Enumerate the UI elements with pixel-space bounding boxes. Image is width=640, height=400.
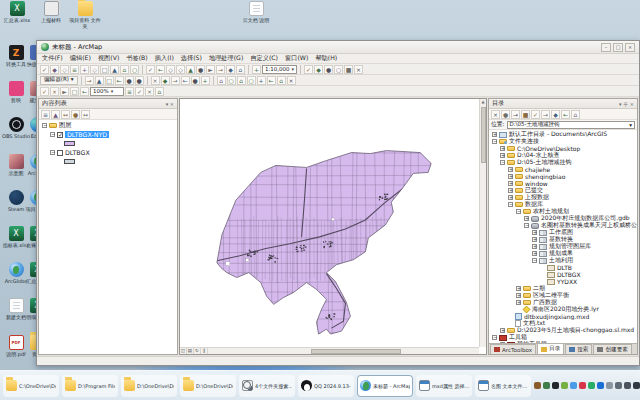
layer-name[interactable]: DLTBGX — [65, 149, 90, 156]
open-icon[interactable]: ← — [156, 65, 165, 74]
catalog-tree-item[interactable]: YYDXX — [489, 278, 637, 285]
catalog-tree-item[interactable]: +规划管理图层库 — [489, 243, 637, 250]
data-driven-pages-icon[interactable]: ⌂ — [155, 87, 164, 96]
layer-symbol-swatch[interactable] — [64, 141, 75, 146]
desktop-icon[interactable]: 上报材料 — [35, 1, 67, 23]
catalog-tree-item[interactable]: +规划成果 — [489, 250, 637, 257]
taskbar-button[interactable]: 未标题 - ArcMap — [357, 375, 413, 397]
expand-toggle[interactable]: − — [532, 258, 537, 263]
close-button[interactable]: × — [625, 43, 635, 52]
obs-tray-icon[interactable] — [552, 382, 559, 389]
sketch-properties-icon[interactable]: ◆ — [161, 76, 170, 85]
attributes-icon[interactable]: × — [151, 76, 160, 85]
catalog-tree-item[interactable]: −农村土地规划 — [489, 208, 637, 215]
catalog-tree-item[interactable]: −D:\05-土地增减挂钩 — [489, 159, 637, 166]
catalog-tree-item[interactable]: +chajiehe — [489, 166, 637, 173]
zoom-whole-page-icon[interactable]: ✓ — [40, 87, 49, 96]
menu-item[interactable]: 选择(S) — [181, 54, 202, 63]
point-tool-icon[interactable]: ● — [135, 76, 144, 85]
catalog-tree-item[interactable]: +C:\OneDrive\Desktop — [489, 145, 637, 152]
menu-item[interactable]: 编辑(E) — [70, 54, 91, 63]
connect-folder-icon[interactable]: ■ — [521, 110, 530, 119]
fixed-zoom-out-icon[interactable]: ◇ — [90, 65, 99, 74]
location-combo[interactable]: D:\05-土地增减挂钩 ▾ — [507, 121, 635, 129]
expand-toggle[interactable]: + — [500, 153, 505, 158]
expand-toggle[interactable]: + — [532, 244, 537, 249]
taskbar-button[interactable]: 4个文件夹搜索... — [239, 375, 295, 397]
forward-icon[interactable]: ● — [501, 110, 510, 119]
trace-icon[interactable]: ● — [125, 76, 134, 85]
editor-menu-button[interactable]: 编辑器(R) ▾ — [40, 76, 78, 85]
refresh-icon[interactable]: → — [541, 110, 550, 119]
toc-header-buttons[interactable]: ▾ × — [166, 101, 174, 107]
zoom-100-icon[interactable]: × — [50, 87, 59, 96]
list-by-visibility-icon[interactable]: ↔ — [61, 110, 70, 119]
forward-extent-icon[interactable]: ▲ — [110, 65, 119, 74]
menu-item[interactable]: 帮助(H) — [315, 54, 337, 63]
catalog-header-buttons[interactable]: ▾ 푸 × — [619, 101, 634, 107]
expand-toggle[interactable]: + — [532, 237, 537, 242]
tab-ArcToolbox[interactable]: ArcToolbox — [490, 344, 536, 354]
hscroll-thumb[interactable] — [311, 349, 401, 354]
refresh-view-icon[interactable]: × — [287, 76, 296, 85]
full-extent-icon[interactable]: ≡ — [70, 65, 79, 74]
back-extent-icon[interactable]: □ — [100, 65, 109, 74]
menu-item[interactable]: 书签(B) — [126, 54, 147, 63]
list-by-source-icon[interactable]: ▲ — [51, 110, 60, 119]
horizontal-scrollbar[interactable] — [208, 347, 479, 354]
battery-icon[interactable] — [624, 382, 631, 389]
edit-tool-icon[interactable]: → — [85, 76, 94, 85]
security-shield-icon[interactable] — [543, 382, 550, 389]
toc-options-icon[interactable]: ↔ — [81, 110, 90, 119]
catalog-tree-item[interactable]: DLTB — [489, 264, 637, 271]
collapse-toggle[interactable]: − — [50, 132, 55, 137]
catalog-tree-item[interactable]: +广西数据 — [489, 299, 637, 306]
new-map-icon[interactable]: ✓ — [146, 65, 155, 74]
map-canvas[interactable] — [180, 99, 479, 347]
layer-symbol-swatch[interactable] — [64, 159, 75, 164]
taskbar-button[interactable]: C:\OneDrive\Des... — [3, 375, 59, 397]
catalog-tree-item[interactable]: −文件夹连接 — [489, 138, 637, 145]
taskbar-button[interactable]: D:\OneDrive\De... — [121, 375, 177, 397]
catalog-tree-item[interactable]: −名圈村基数转换成果天河上权威桥公交.gdb — [489, 222, 637, 229]
toc-root-row[interactable]: −图层 — [39, 121, 177, 130]
catalog-tree-item[interactable]: +工作底图 — [489, 229, 637, 236]
expand-toggle[interactable]: + — [508, 181, 513, 186]
view-mode-buttons[interactable]: ◫▤↻‖ — [180, 347, 208, 354]
table-options-icon[interactable]: ✓ — [304, 65, 313, 74]
expand-toggle[interactable]: − — [524, 223, 529, 228]
zoom-out-icon[interactable]: ◆ — [50, 65, 59, 74]
catalog-tree-item[interactable]: +二期 — [489, 285, 637, 292]
layout-view-button[interactable]: ▤ — [187, 348, 194, 354]
catalog-tree-item[interactable]: +已提交 — [489, 187, 637, 194]
gpu-tray-icon[interactable] — [561, 382, 568, 389]
network-icon[interactable] — [615, 382, 622, 389]
save-icon[interactable]: ◇ — [166, 65, 175, 74]
toggle-draft-mode-icon[interactable]: ≡ — [125, 87, 134, 96]
delete-icon[interactable]: → — [216, 65, 225, 74]
data-view-button[interactable]: ◫ — [180, 348, 187, 354]
taskbar-button[interactable]: D:\Program File... — [62, 375, 118, 397]
catalog-tree-item[interactable]: +2020年村庄规划数据库公司.gdb — [489, 215, 637, 222]
focus-data-frame-icon[interactable]: ✓ — [135, 87, 144, 96]
python-window-icon[interactable]: ■ — [344, 65, 353, 74]
tree-view-icon[interactable]: ◆ — [551, 110, 560, 119]
create-features-icon[interactable]: ⌂ — [217, 76, 226, 85]
cloud-sync-icon[interactable] — [570, 382, 577, 389]
menu-item[interactable]: 自定义(C) — [250, 54, 278, 63]
menu-item[interactable]: 插入(I) — [155, 54, 174, 63]
expand-toggle[interactable]: + — [532, 230, 537, 235]
fixed-zoom-in-icon[interactable]: + — [80, 65, 89, 74]
catalog-tree-item[interactable]: −土地利用 — [489, 257, 637, 264]
list-by-drawing-order-icon[interactable]: ≡ — [41, 110, 50, 119]
go-to-xy-icon[interactable]: ⌂ — [277, 76, 286, 85]
zoom-combo[interactable]: 100%▾ — [90, 87, 124, 96]
volume-icon[interactable] — [606, 382, 613, 389]
menu-item[interactable]: 视图(V) — [98, 54, 119, 63]
vscroll-thumb[interactable] — [481, 107, 486, 163]
expand-toggle[interactable]: + — [516, 293, 521, 298]
tab-创建要素[interactable]: 创建要素 — [593, 344, 631, 354]
arctoolbox-window-icon[interactable]: ○ — [334, 65, 343, 74]
catalog-tree-item[interactable]: 海南区2020用地分类.lyr — [489, 306, 637, 313]
cut-icon[interactable]: ▲ — [186, 65, 195, 74]
